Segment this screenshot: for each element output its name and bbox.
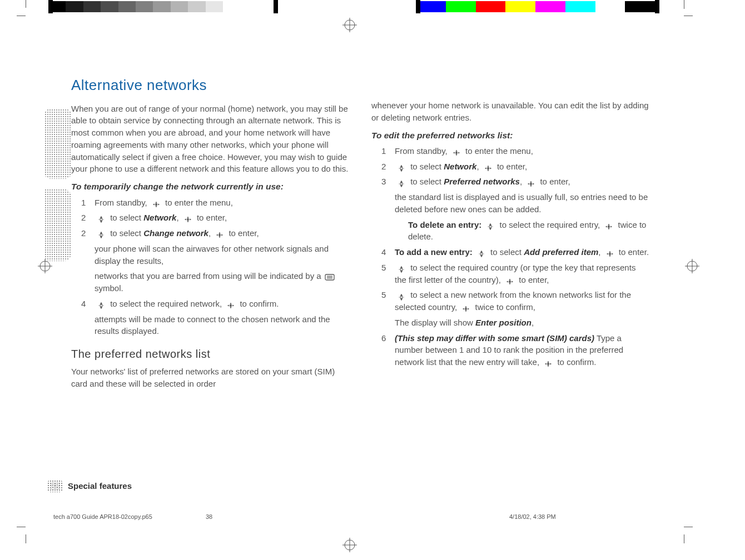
nav-updown-icon <box>96 230 107 238</box>
section-heading: Alternative networks <box>71 75 349 96</box>
barred-network-icon <box>325 273 335 281</box>
nav-center-icon <box>151 199 162 207</box>
nav-center-icon <box>603 222 614 229</box>
step: 4 to select the required network, to con… <box>81 298 349 310</box>
step: 5 to select a new network from the known… <box>381 289 649 313</box>
nav-center-icon <box>225 301 236 308</box>
nav-updown-icon <box>396 264 407 272</box>
nav-updown-icon <box>96 301 107 308</box>
step-note: the standard list is displayed and is us… <box>395 191 649 216</box>
registration-mark-icon <box>685 259 699 273</box>
nav-updown-icon <box>476 249 487 257</box>
footer-filename: tech a700 Guide APR18-02copy.p65 <box>53 513 152 520</box>
intro-paragraph: When you are out of range of your normal… <box>71 103 349 176</box>
step: 6 (This step may differ with some smart … <box>381 332 649 368</box>
delete-entry-note: To delete an entry: to select the requir… <box>408 219 649 243</box>
body-paragraph: whenever your home network is unavailabl… <box>371 99 649 124</box>
step-note: networks that you are barred from using … <box>95 270 349 294</box>
nav-updown-icon <box>96 214 107 222</box>
nav-updown-icon <box>396 179 407 187</box>
subsection-heading: The preferred networks list <box>71 346 349 362</box>
procedure-heading: To edit the preferred networks list: <box>371 129 649 142</box>
body-paragraph: Your networks' list of preferred network… <box>71 366 349 390</box>
nav-center-icon <box>543 359 554 367</box>
step: 2 to select Change network, to enter, <box>81 227 349 239</box>
step: 5 to select the required country (or typ… <box>381 262 649 286</box>
footer-page: 38 <box>206 513 212 520</box>
nav-center-icon <box>483 163 494 171</box>
nav-center-icon <box>214 230 225 238</box>
side-decoration <box>44 109 71 271</box>
footer-date: 4/18/02, 4:38 PM <box>509 513 556 520</box>
step: 2 to select Network, to enter, <box>81 212 349 224</box>
nav-center-icon <box>451 148 462 156</box>
nav-center-icon <box>504 277 515 284</box>
procedure-heading: To temporarily change the network curren… <box>71 181 349 193</box>
chapter-title: Special features <box>68 481 132 491</box>
nav-updown-icon <box>485 222 496 229</box>
registration-mark-icon <box>342 538 357 552</box>
step: 2 to select Network, to enter, <box>381 161 649 173</box>
nav-center-icon <box>604 249 615 257</box>
printer-color-bar <box>416 1 655 12</box>
step: 3 to select Preferred networks, to enter… <box>381 176 649 188</box>
step-note: attempts will be made to connect to the … <box>95 313 349 338</box>
step: 1 From standby, to enter the menu, <box>381 145 649 157</box>
page-number-box: 38 <box>47 480 63 492</box>
page-number: 38 <box>51 482 59 491</box>
step: 4 To add a new entry: to select Add pref… <box>381 246 649 258</box>
nav-updown-icon <box>396 292 407 300</box>
nav-center-icon <box>182 214 193 222</box>
printer-grayscale-bar <box>48 1 275 12</box>
step-note: The display will show Enter position, <box>395 317 649 329</box>
step: 1 From standby, to enter the menu, <box>81 197 349 209</box>
step-note: your phone will scan the airwaves for ot… <box>95 243 349 267</box>
registration-mark-icon <box>342 18 357 32</box>
nav-center-icon <box>460 304 471 312</box>
nav-center-icon <box>525 179 537 187</box>
nav-updown-icon <box>396 163 407 171</box>
